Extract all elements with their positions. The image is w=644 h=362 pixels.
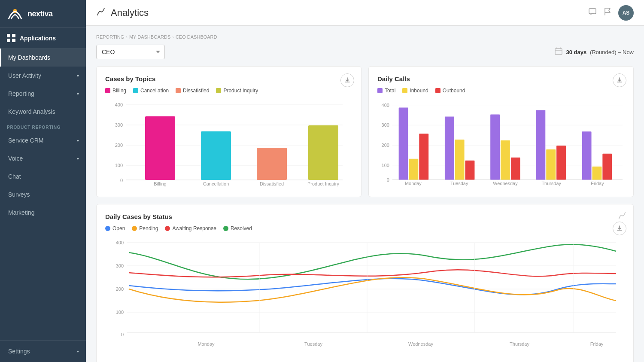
- svg-text:100: 100: [115, 163, 123, 168]
- applications-item[interactable]: Applications: [0, 28, 86, 49]
- svg-rect-16: [308, 125, 338, 180]
- cases-by-topics-legend: Billing Cancellation Dissatisfied Produc…: [105, 88, 352, 94]
- svg-text:Cancellation: Cancellation: [203, 181, 229, 186]
- svg-text:300: 300: [382, 122, 389, 128]
- cases-by-topics-title: Cases by Topics: [105, 75, 352, 82]
- svg-text:300: 300: [115, 122, 123, 128]
- chevron-icon: ▾: [77, 138, 79, 143]
- svg-text:Tuesday: Tuesday: [450, 181, 468, 186]
- sidebar-item-label: My Dashboards: [8, 54, 50, 61]
- daily-calls-chart: 400 300 200 100 0: [377, 100, 625, 186]
- svg-text:Wednesday: Wednesday: [408, 341, 433, 347]
- sidebar-item-service-crm[interactable]: Service CRM ▾: [0, 131, 86, 149]
- sidebar-header: nextiva: [0, 0, 86, 28]
- legend-product-inquiry: Product Inquiry: [216, 88, 258, 94]
- sidebar-nav: My Dashboards User Activity ▾ Reporting …: [0, 49, 86, 340]
- sidebar-item-label: Marketing: [8, 209, 34, 216]
- svg-rect-14: [201, 131, 231, 180]
- svg-text:Friday: Friday: [590, 341, 604, 347]
- svg-rect-2: [555, 49, 562, 55]
- svg-text:200: 200: [382, 143, 389, 148]
- topbar-left: Analytics: [96, 7, 149, 18]
- sidebar-item-reporting[interactable]: Reporting ▾: [0, 85, 86, 103]
- apps-grid-icon: [7, 34, 15, 42]
- logo-text: nextiva: [27, 9, 53, 18]
- sidebar-item-label: Service CRM: [8, 137, 43, 144]
- legend-billing: Billing: [105, 88, 126, 94]
- sidebar-item-voice[interactable]: Voice ▾: [0, 149, 86, 167]
- sidebar-item-marketing[interactable]: Marketing: [0, 204, 86, 222]
- user-avatar[interactable]: AS: [618, 5, 634, 21]
- legend-pending: Pending: [132, 225, 158, 231]
- download-button[interactable]: [613, 73, 626, 87]
- daily-cases-by-status-card: Daily Cases by Status Open Pending: [96, 204, 634, 362]
- svg-text:200: 200: [115, 143, 123, 148]
- chevron-icon: ▾: [77, 156, 79, 161]
- legend-open: Open: [105, 225, 125, 231]
- svg-text:Thursday: Thursday: [541, 181, 561, 186]
- svg-rect-15: [257, 148, 287, 180]
- download-button[interactable]: [340, 73, 354, 87]
- download-button[interactable]: [613, 222, 626, 235]
- awaiting-dot: [165, 226, 170, 231]
- chevron-icon: ▾: [77, 91, 79, 96]
- svg-rect-1: [589, 9, 596, 14]
- svg-rect-43: [582, 131, 592, 179]
- svg-text:Monday: Monday: [405, 181, 422, 186]
- daily-cases-legend: Open Pending Awaiting Response Resolved: [105, 225, 625, 231]
- sidebar-item-label: Chat: [8, 173, 21, 180]
- svg-text:0: 0: [121, 332, 124, 337]
- flag-icon-button[interactable]: [604, 7, 611, 18]
- sidebar-item-settings[interactable]: Settings ▾: [0, 342, 86, 360]
- chevron-icon: ▾: [77, 73, 79, 78]
- svg-text:Thursday: Thursday: [510, 341, 529, 347]
- legend-awaiting-response: Awaiting Response: [165, 225, 216, 231]
- cancellation-dot: [133, 88, 138, 93]
- legend-resolved: Resolved: [223, 225, 252, 231]
- svg-rect-42: [556, 146, 566, 179]
- svg-rect-38: [501, 140, 510, 179]
- svg-text:400: 400: [382, 103, 389, 108]
- product-reporting-section-label: PRODUCT REPORTING: [0, 121, 86, 131]
- daily-calls-card: Daily Calls Total Inbound Outbound: [368, 66, 634, 197]
- svg-rect-35: [455, 140, 465, 179]
- svg-rect-36: [465, 161, 475, 180]
- sidebar-item-label: Voice: [8, 155, 23, 162]
- svg-text:Tuesday: Tuesday: [304, 341, 322, 347]
- date-range: 30 days (Rounded) – Now: [555, 47, 634, 57]
- resolved-dot: [223, 226, 228, 231]
- dashboard-select[interactable]: CEO: [96, 45, 165, 59]
- controls-row: CEO 30 days (Rounded) – Now: [96, 45, 634, 59]
- legend-outbound: Outbound: [435, 88, 465, 94]
- svg-rect-41: [546, 149, 556, 180]
- chat-icon-button[interactable]: [588, 7, 597, 18]
- daily-cases-title: Daily Cases by Status: [105, 213, 625, 220]
- content-area: REPORTING › MY DASHBOARDS › CEO DASHBOAR…: [86, 26, 644, 362]
- sidebar-item-my-dashboards[interactable]: My Dashboards: [0, 49, 86, 67]
- svg-text:300: 300: [116, 263, 124, 268]
- svg-text:100: 100: [382, 163, 389, 168]
- svg-text:400: 400: [115, 102, 123, 107]
- svg-rect-45: [602, 154, 612, 180]
- billing-dot: [105, 88, 110, 93]
- svg-text:0: 0: [387, 177, 389, 183]
- charts-top-row: Cases by Topics Billing Cancellation Dis…: [96, 66, 634, 197]
- sidebar-footer: Settings ▾: [0, 340, 86, 362]
- dissatisfied-dot: [176, 88, 181, 93]
- sidebar-item-chat[interactable]: Chat: [0, 167, 86, 186]
- inbound-dot: [402, 88, 407, 93]
- svg-text:Monday: Monday: [197, 341, 215, 347]
- legend-total: Total: [377, 88, 395, 94]
- sidebar-item-keyword-analysis[interactable]: Keyword Analysis: [0, 103, 86, 121]
- daily-cases-chart: 400 300 200 100 0 Monda: [105, 238, 625, 354]
- svg-rect-40: [536, 110, 545, 180]
- sidebar-item-user-activity[interactable]: User Activity ▾: [0, 67, 86, 85]
- breadcrumb-ceo-dashboard: CEO DASHBOARD: [176, 34, 217, 40]
- daily-calls-legend: Total Inbound Outbound: [377, 88, 625, 94]
- page-title: Analytics: [111, 7, 149, 18]
- svg-text:Dissatisfied: Dissatisfied: [260, 181, 284, 186]
- topbar: Analytics AS: [86, 0, 644, 26]
- calendar-icon: [555, 47, 562, 57]
- chevron-icon: ▾: [77, 349, 79, 354]
- sidebar-item-surveys[interactable]: Surveys: [0, 186, 86, 204]
